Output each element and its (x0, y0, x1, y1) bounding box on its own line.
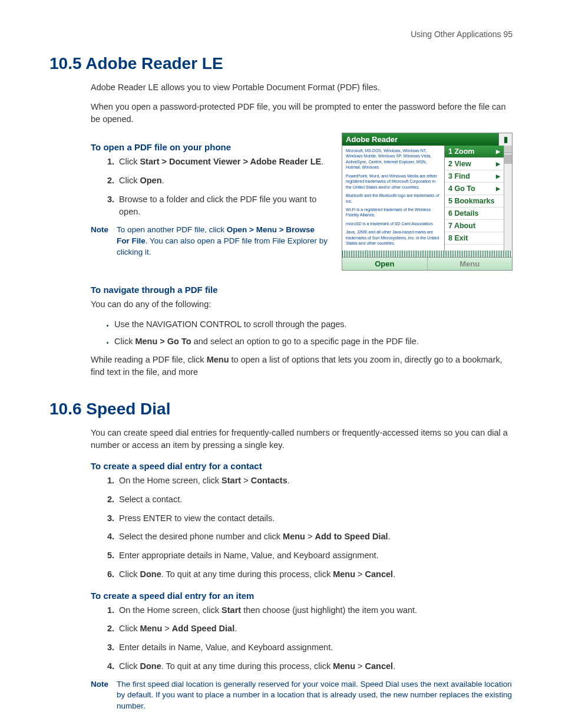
navigate-heading: To navigate through a PDF file (91, 285, 513, 295)
open-step-2: Click Open. (117, 174, 328, 187)
screenshot-document-pane: Microsoft, MS-DOS, Windows, Windows NT, … (342, 146, 444, 251)
nav-bullet-1: Use the NAVIGATION CONTROL to scroll thr… (114, 318, 513, 331)
chevron-right-icon: ▶ (496, 186, 500, 192)
note-text: To open another PDF file, click Open > M… (117, 225, 328, 258)
open-step-1: Click Start > Document Viewer > Adobe Re… (117, 156, 328, 169)
note-text: The first speed dial location is general… (117, 679, 513, 713)
running-header: Using Other Applications 95 (49, 29, 513, 39)
screenshot-menu: 1 Zoom▶ 2 View▶ 3 Find▶ 4 Go To▶ 5 Bookm… (444, 146, 504, 251)
menu-item-bookmarks[interactable]: 5 Bookmarks (445, 195, 504, 207)
item-step-2: Click Menu > Add Speed Dial. (117, 622, 513, 635)
contact-step-4: Select the desired phone number and clic… (117, 531, 513, 543)
adobe-reader-screenshot: Adobe Reader ▮ Microsoft, MS-DOS, Window… (342, 133, 513, 271)
contact-step-3: Press ENTER to view the contact details. (117, 512, 513, 525)
contact-step-2: Select a contact. (117, 493, 513, 506)
screenshot-ruler (342, 251, 512, 257)
softkey-open[interactable]: Open (342, 258, 427, 270)
menu-item-exit[interactable]: 8 Exit (445, 232, 504, 245)
navigate-intro: You can do any of the following: (91, 298, 513, 311)
navigate-outro: While reading a PDF file, click Menu to … (91, 354, 513, 378)
menu-item-find[interactable]: 3 Find▶ (445, 170, 504, 183)
speeddial-item-steps: On the Home screen, click Start then cho… (91, 604, 513, 673)
sec106-intro: You can create speed dial entries for fr… (91, 427, 513, 452)
open-step-3: Browse to a folder and click the PDF fil… (117, 193, 328, 219)
item-step-3: Enter details in Name, Value, and Keyboa… (117, 641, 513, 654)
chevron-right-icon: ▶ (496, 161, 500, 167)
speeddial-note: Note The first speed dial location is ge… (91, 679, 513, 713)
chevron-right-icon: ▶ (496, 149, 500, 154)
open-pdf-heading: To open a PDF file on your phone (91, 142, 328, 152)
sec105-intro-2: When you open a password-protected PDF f… (91, 101, 513, 126)
screenshot-softkeys: Open Menu (342, 257, 512, 270)
menu-item-view[interactable]: 2 View▶ (445, 158, 504, 170)
section-106-heading: 10.6 Speed Dial (49, 400, 513, 419)
sec105-intro-1: Adobe Reader LE allows you to view Porta… (91, 81, 513, 94)
softkey-menu[interactable]: Menu (427, 258, 513, 270)
note-label: Note (91, 225, 117, 258)
menu-item-about[interactable]: 7 About (445, 220, 504, 232)
menu-item-details[interactable]: 6 Details (445, 207, 504, 220)
speeddial-item-heading: To create a speed dial entry for an item (91, 591, 513, 601)
screenshot-scrollbar[interactable] (504, 146, 512, 251)
nav-bullet-2: Click Menu > Go To and select an option … (114, 335, 513, 348)
open-note: Note To open another PDF file, click Ope… (91, 225, 328, 258)
page: Using Other Applications 95 10.5 Adobe R… (0, 0, 562, 728)
note-label: Note (91, 679, 117, 713)
menu-item-goto[interactable]: 4 Go To▶ (445, 183, 504, 195)
navigate-bullets: Use the NAVIGATION CONTROL to scroll thr… (91, 318, 513, 348)
contact-step-1: On the Home screen, click Start > Contac… (117, 475, 513, 487)
section-105-heading: 10.5 Adobe Reader LE (49, 54, 513, 73)
speeddial-contact-steps: On the Home screen, click Start > Contac… (91, 475, 513, 581)
sec105-left-column: To open a PDF file on your phone Click S… (91, 133, 328, 266)
menu-item-zoom[interactable]: 1 Zoom▶ (445, 146, 504, 158)
contact-step-6: Click Done. To quit at any time during t… (117, 568, 513, 581)
chevron-right-icon: ▶ (496, 173, 500, 179)
contact-step-5: Enter appropriate details in Name, Value… (117, 549, 513, 562)
screenshot-titlebar: Adobe Reader ▮ (342, 133, 512, 146)
speeddial-contact-heading: To create a speed dial entry for a conta… (91, 461, 513, 471)
signal-icon: ▮ (498, 133, 512, 146)
item-step-4: Click Done. To quit at any time during t… (117, 660, 513, 673)
screenshot-title: Adobe Reader (342, 133, 498, 146)
open-pdf-steps: Click Start > Document Viewer > Adobe Re… (91, 156, 328, 219)
item-step-1: On the Home screen, click Start then cho… (117, 604, 513, 617)
